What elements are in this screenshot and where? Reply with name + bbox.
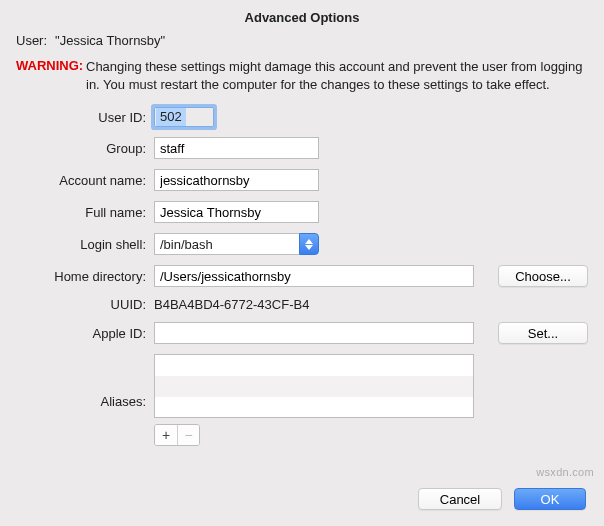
user-name: "Jessica Thornsby" (55, 33, 165, 48)
aliases-label: Aliases: (16, 392, 146, 409)
alias-row (155, 376, 473, 397)
watermark-text: wsxdn.com (536, 466, 594, 478)
login-shell-select[interactable]: /bin/bash (154, 233, 319, 255)
add-remove-control: + − (154, 424, 200, 446)
group-input[interactable] (154, 137, 319, 159)
apple-id-label: Apple ID: (16, 326, 146, 341)
home-dir-input[interactable] (154, 265, 474, 287)
user-id-input[interactable]: 502 (154, 107, 214, 127)
apple-id-input[interactable] (154, 322, 474, 344)
login-shell-value: /bin/bash (154, 233, 299, 255)
ok-button[interactable]: OK (514, 488, 586, 510)
set-button[interactable]: Set... (498, 322, 588, 344)
aliases-list[interactable] (154, 354, 474, 418)
warning-text: Changing these settings might damage thi… (86, 58, 588, 93)
uuid-label: UUID: (16, 297, 146, 312)
alias-row (155, 397, 473, 418)
advanced-options-dialog: Advanced Options User: "Jessica Thornsby… (0, 0, 604, 462)
user-id-label: User ID: (16, 110, 146, 125)
group-label: Group: (16, 141, 146, 156)
chevron-down-icon (305, 245, 313, 250)
full-name-input[interactable] (154, 201, 319, 223)
home-dir-label: Home directory: (16, 269, 146, 284)
full-name-label: Full name: (16, 205, 146, 220)
add-alias-button[interactable]: + (155, 425, 177, 445)
form-grid: User ID: 502 Group: Account name: Full n… (16, 107, 588, 446)
user-id-value: 502 (156, 108, 186, 126)
warning-label: WARNING: (16, 58, 86, 73)
choose-button[interactable]: Choose... (498, 265, 588, 287)
chevron-up-icon (305, 239, 313, 244)
uuid-value: B4BA4BD4-6772-43CF-B4 (154, 297, 309, 312)
warning-block: WARNING: Changing these settings might d… (16, 58, 588, 93)
user-line: User: "Jessica Thornsby" (16, 33, 588, 48)
user-label: User: (16, 33, 47, 48)
account-name-label: Account name: (16, 173, 146, 188)
login-shell-dropdown-button[interactable] (299, 233, 319, 255)
alias-row (155, 355, 473, 376)
dialog-title: Advanced Options (16, 10, 588, 25)
remove-alias-button[interactable]: − (177, 425, 199, 445)
cancel-button[interactable]: Cancel (418, 488, 502, 510)
login-shell-label: Login shell: (16, 237, 146, 252)
dialog-footer: Cancel OK (418, 488, 586, 510)
account-name-input[interactable] (154, 169, 319, 191)
